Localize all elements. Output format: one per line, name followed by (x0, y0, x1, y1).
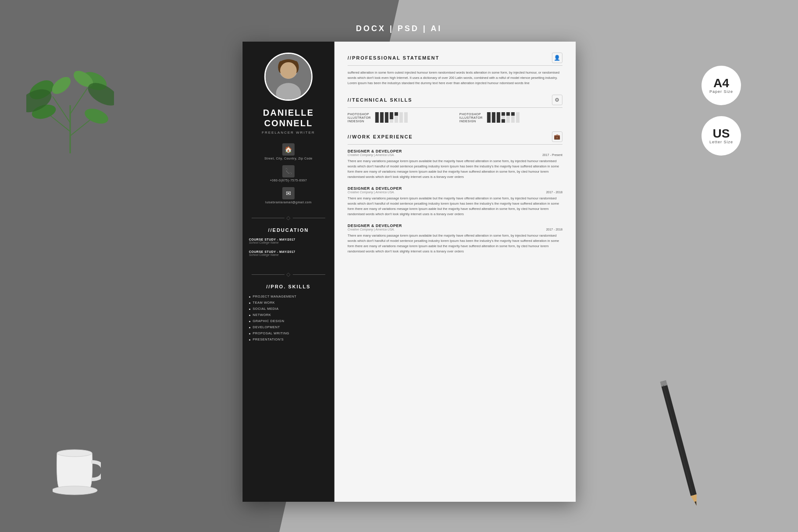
skill-name-photoshop-r: PHOTOSHOP (460, 113, 484, 116)
skill-gd: GRAPHIC DESIGN (249, 319, 328, 323)
phone-icon: 📞 (282, 165, 295, 177)
phone-text: +060-0(875)-7575-6997 (270, 179, 307, 182)
work-exp-header: //WORK EXPERIENCE 💼 (348, 131, 563, 145)
svg-point-26 (280, 62, 297, 79)
job-3-meta: Creative Company | America USA. 2017 - 2… (348, 228, 563, 231)
format-label: DOCX | PSD | AI (356, 24, 442, 33)
prof-statement-header: //PROFESSIONAL STATEMENT 👤 (348, 53, 563, 66)
work-exp-title: //WORK EXPERIENCE (348, 134, 413, 139)
svg-line-3 (48, 114, 70, 131)
pro-skills-title: //PRO. SKILLS (242, 284, 335, 289)
divider-ornament-1: ◇ (252, 215, 325, 221)
contact-address: 🏠 Street, City, Country, Zip Code (264, 143, 313, 160)
home-icon: 🏠 (282, 143, 295, 156)
job-1-meta: Creative Company | America USA. 2017 - P… (348, 153, 563, 156)
skill-dots-photoshop-r (487, 112, 520, 116)
skill-row-illustrator-l: ILLUSTRATOR (348, 116, 451, 119)
us-badge: US Letter Size (702, 116, 741, 156)
job-3-desc: There are many variations passage lorem … (348, 233, 563, 254)
job-1-date: 2017 - Present (542, 153, 563, 156)
job-3-company: Creative Company | America USA. (348, 228, 395, 231)
contact-phone: 📞 +060-0(875)-7575-6997 (270, 165, 307, 182)
settings-icon: ⚙ (552, 95, 563, 105)
job-3-date: 2017 - 2018 (546, 228, 562, 231)
plant-decoration (26, 26, 114, 158)
skills-grid: PHOTOSHOP ILLUSTRATOR INDESIGN (348, 112, 563, 123)
skill-dots-illustrator-l (375, 116, 408, 119)
svg-point-13 (57, 450, 92, 457)
email-text: luisebranlaramail@gmail.com (265, 201, 311, 204)
job-2: DESIGNER & DEVELOPER Creative Company | … (348, 186, 563, 217)
tech-skills-header: //TECHNICAL SKILLS ⚙ (348, 95, 563, 108)
coffee-cup (53, 440, 101, 493)
job-2-date: 2017 - 2018 (546, 191, 562, 194)
email-icon: ✉ (282, 187, 295, 199)
skill-row-indesign-l: INDESIGN (348, 119, 451, 123)
svg-line-4 (70, 118, 92, 136)
skill-nw: NETWORK (249, 313, 328, 317)
job-1-company: Creative Company | America USA. (348, 153, 395, 156)
skill-sm: SOCIAL MEDIA (249, 307, 328, 311)
tech-skills-title: //TECHNICAL SKILLS (348, 97, 413, 103)
contact-section: 🏠 Street, City, Country, Zip Code 📞 +060… (242, 143, 335, 204)
job-1-desc: There are many variations passage lorem … (348, 159, 563, 180)
skill-name-illustrator-r: ILLUSTRATOR (460, 116, 484, 119)
briefcase-icon: 💼 (552, 131, 563, 142)
job-1: DESIGNER & DEVELOPER Creative Company | … (348, 149, 563, 180)
job-2-desc: There are many variations passage lorem … (348, 196, 563, 217)
svg-line-2 (70, 88, 88, 114)
prof-statement-body: suffered alteration in some form outest … (348, 70, 563, 86)
skill-row-photoshop-r: PHOTOSHOP (460, 112, 563, 116)
skill-pw: PROPOSAL WRITING (249, 331, 328, 335)
a4-badge-sub: Paper Size (709, 89, 733, 94)
education-title: //EDUCATION (242, 227, 335, 233)
a4-badge-main: A4 (713, 77, 729, 89)
job-2-company: Creative Company | America USA. (348, 191, 395, 194)
profile-photo (264, 53, 313, 101)
job-1-title: DESIGNER & DEVELOPER (348, 149, 563, 153)
skills-left: PHOTOSHOP ILLUSTRATOR INDESIGN (348, 112, 451, 123)
a4-badge: A4 Paper Size (702, 66, 741, 105)
skill-dots-indesign-l (375, 119, 408, 123)
skill-row-indesign-r: INDESIGN (460, 119, 563, 123)
us-badge-sub: Letter Size (709, 140, 733, 144)
job-2-meta: Creative Company | America USA. 2017 - 2… (348, 191, 563, 194)
edu-course-2: COURSE STUDY - MAY/2017 (249, 250, 328, 253)
divider-ornament-2: ◇ (252, 271, 325, 277)
skill-pres: PRESENTATION'S (249, 337, 328, 341)
skill-tw: TEAM WORK (249, 301, 328, 305)
svg-marker-18 (695, 501, 697, 506)
resume-main: //PROFESSIONAL STATEMENT 👤 suffered alte… (335, 42, 576, 502)
edu-item-2: COURSE STUDY - MAY/2017 School College N… (249, 250, 328, 256)
edu-course-1: COURSE STUDY - MAY/2017 (249, 238, 328, 241)
edu-school-2: School College Name (249, 253, 328, 256)
job-2-title: DESIGNER & DEVELOPER (348, 186, 563, 191)
svg-point-8 (83, 106, 110, 126)
skill-dots-photoshop-l (375, 112, 408, 116)
skill-name-illustrator-l: ILLUSTRATOR (348, 116, 372, 119)
skill-dev: DEVELOPMENT (249, 325, 328, 329)
skills-right: PHOTOSHOP ILLUSTRATOR INDESIGN (460, 112, 563, 123)
job-3-title: DESIGNER & DEVELOPER (348, 223, 563, 228)
edu-item-1: COURSE STUDY - MAY/2017 School College N… (249, 238, 328, 244)
skill-name-indesign-l: INDESIGN (348, 120, 372, 123)
edu-school-1: School College Name (249, 241, 328, 244)
resume-sidebar: DANIELLE CONNELL FREELANCER WRITER 🏠 Str… (242, 42, 335, 502)
svg-point-14 (53, 486, 97, 495)
skill-dots-indesign-r (487, 119, 520, 123)
education-section: COURSE STUDY - MAY/2017 School College N… (242, 238, 335, 262)
us-badge-main: US (713, 128, 730, 140)
skill-name-indesign-r: INDESIGN (460, 120, 484, 123)
job-3: DESIGNER & DEVELOPER Creative Company | … (348, 223, 563, 254)
skill-row-illustrator-r: ILLUSTRATOR (460, 116, 563, 119)
prof-statement-title: //PROFESSIONAL STATEMENT (348, 55, 439, 60)
skill-pm: PROJECT MANAGEMENT (249, 294, 328, 298)
resume-document: DANIELLE CONNELL FREELANCER WRITER 🏠 Str… (242, 42, 576, 502)
address-text: Street, City, Country, Zip Code (264, 157, 313, 160)
person-icon: 👤 (552, 53, 563, 63)
contact-email: ✉ luisebranlaramail@gmail.com (265, 187, 311, 204)
skill-row-photoshop-l: PHOTOSHOP (348, 112, 451, 116)
skill-dots-illustrator-r (487, 116, 520, 119)
skill-name-photoshop-l: PHOTOSHOP (348, 113, 372, 116)
candidate-name: DANIELLE CONNELL (263, 107, 314, 128)
